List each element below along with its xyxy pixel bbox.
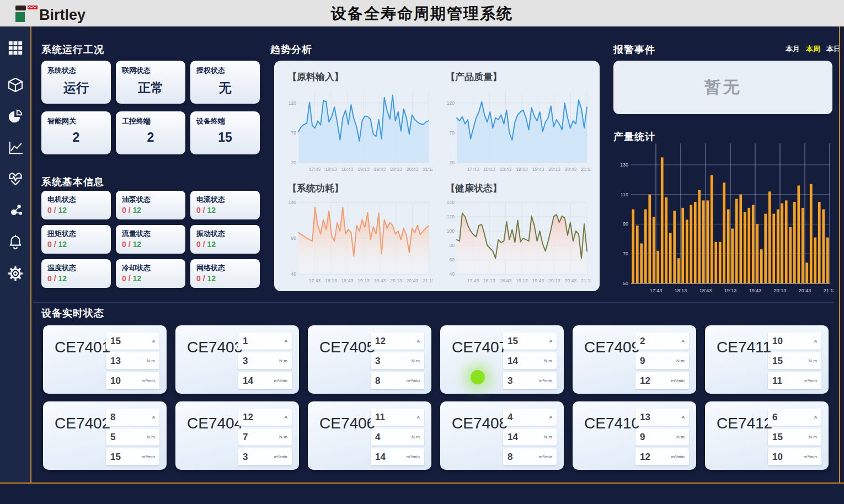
metric-value: 15 [772,432,783,443]
metric-unit: m³/min [407,378,420,383]
metric-unit: m³/min [142,454,155,459]
status-card-value: 15 [196,130,254,145]
device-card-CE7404[interactable]: CE7404 12 A 7 N·m 3 m³/min [175,401,299,470]
svg-text:100: 100 [447,228,455,234]
device-metric: 3 m³/min [238,448,292,465]
status-card-label: 设备终端 [196,116,254,126]
metric-value: 10 [110,376,121,387]
device-card-CE7402[interactable]: CE7402 8 A 5 N·m 15 m³/min [43,401,167,470]
svg-text:60: 60 [450,257,455,262]
status-card-value: 运行 [47,79,105,96]
svg-text:17:43: 17:43 [309,278,321,283]
device-metric: 14 m³/min [238,372,292,389]
page-title: 设备全寿命周期管理系统 [0,3,844,24]
device-metric: 15 A [503,333,557,350]
info-card-label: 电机状态 [47,195,105,205]
device-card-CE7411[interactable]: CE7411 10 A 15 N·m 11 m³/min [705,325,829,394]
metric-value: 14 [508,356,518,367]
device-metric: 6 A [768,409,821,426]
svg-text:21:13: 21:13 [581,167,591,172]
metric-unit: N·m [147,435,155,439]
device-name: CE7406 [319,415,375,432]
molecule-icon[interactable] [6,201,25,220]
device-metric: 13 A [635,409,689,426]
status-card: 智能网关 2 [41,111,111,154]
metric-unit: N·m [544,358,552,363]
status-indicator-dot [471,370,485,384]
bell-icon[interactable] [6,233,25,251]
right-gold-border [839,26,840,484]
info-card: 电流状态 0 / 12 [190,191,260,219]
svg-text:20:43: 20:43 [565,278,577,283]
metric-value: 12 [640,376,650,387]
svg-text:19:13: 19:13 [516,167,528,172]
device-card-CE7405[interactable]: CE7405 12 A 3 N·m 8 m³/min [308,325,431,394]
info-card: 冷却状态 0 / 12 [116,259,185,288]
metric-unit: N·m [676,435,685,439]
device-name: CE7405 [319,339,375,356]
alarm-tabs: 本月本周本日 [786,44,841,54]
device-metric: 12 m³/min [635,372,689,389]
device-card-CE7401[interactable]: CE7401 15 A 13 N·m 10 m³/min [43,325,167,394]
device-card-CE7407[interactable]: CE7407 15 A 14 N·m 3 m³/min [440,325,564,394]
device-metric: 3 m³/min [503,372,557,389]
system-info-grid: 电机状态 0 / 12 油泵状态 0 / 12 电流状态 0 / 12 扭矩状态… [41,191,260,288]
alarm-tab-本月[interactable]: 本月 [786,44,800,54]
svg-text:17:43: 17:43 [467,278,479,283]
svg-text:19:43: 19:43 [532,278,544,283]
device-card-CE7409[interactable]: CE7409 2 A 9 N·m 12 m³/min [573,325,696,394]
footer-strip [0,484,844,504]
metric-unit: m³/min [539,378,552,383]
info-card: 油泵状态 0 / 12 [116,191,185,219]
system-info-title: 系统基本信息 [41,175,104,189]
info-card-count: 0 / 12 [122,206,179,215]
metric-value: 7 [243,432,248,443]
device-card-CE7403[interactable]: CE7403 1 A 3 N·m 14 m³/min [175,325,299,394]
info-card-label: 温度状态 [47,263,105,273]
trend-title: 趋势分析 [270,43,312,56]
cube-icon[interactable] [6,76,25,94]
status-card-label: 智能网关 [47,116,105,126]
device-metric: 14 m³/min [371,448,424,465]
device-card-CE7408[interactable]: CE7408 4 A 14 N·m 8 m³/min [440,401,564,470]
svg-text:19:43: 19:43 [532,167,544,172]
device-metric: 15 m³/min [106,448,159,465]
metric-unit: A [152,415,155,420]
svg-text:19:43: 19:43 [374,278,386,283]
info-card-label: 振动状态 [196,229,254,239]
metric-value: 1 [243,336,248,347]
device-name: CE7411 [717,339,771,356]
device-metric: 4 N·m [371,428,424,446]
health-heart-icon[interactable] [6,170,25,189]
gear-icon[interactable] [6,264,25,283]
grid-icon[interactable] [6,39,25,57]
svg-text:17:43: 17:43 [467,167,479,172]
metric-unit: A [814,339,817,344]
alarm-tab-本周[interactable]: 本周 [806,44,820,54]
metric-value: 4 [375,432,380,443]
metric-value: 13 [110,356,121,367]
metric-unit: N·m [544,435,552,439]
metric-value: 14 [508,432,518,443]
svg-text:20:43: 20:43 [407,278,419,283]
metric-unit: m³/min [142,378,155,383]
svg-text:130: 130 [620,162,628,168]
device-metric: 15 N·m [768,352,821,369]
device-metric: 13 N·m [106,352,159,369]
status-card-value: 无 [196,79,254,96]
status-card-label: 工控终端 [122,116,179,126]
device-card-CE7410[interactable]: CE7410 13 A 9 N·m 12 m³/min [573,401,696,470]
pie-chart-icon[interactable] [6,107,25,126]
line-chart-icon[interactable] [6,138,25,157]
info-card: 扭矩状态 0 / 12 [41,225,111,254]
svg-text:20:13: 20:13 [390,167,402,172]
svg-text:21:13: 21:13 [824,288,834,293]
metric-unit: m³/min [671,378,685,383]
trend-chart-health-status: 【健康状态】 17:4318:1318:4319:1319:4320:1320:… [438,178,596,289]
metric-unit: A [549,415,552,420]
device-metric: 9 N·m [635,428,689,446]
metric-value: 8 [375,376,380,387]
device-card-CE7406[interactable]: CE7406 11 A 4 N·m 14 m³/min [308,401,431,470]
device-card-CE7412[interactable]: CE7412 6 A 15 N·m 10 m³/min [705,401,829,470]
device-grid: CE7401 15 A 13 N·m 10 m³/min CE7403 1 A … [43,325,829,470]
